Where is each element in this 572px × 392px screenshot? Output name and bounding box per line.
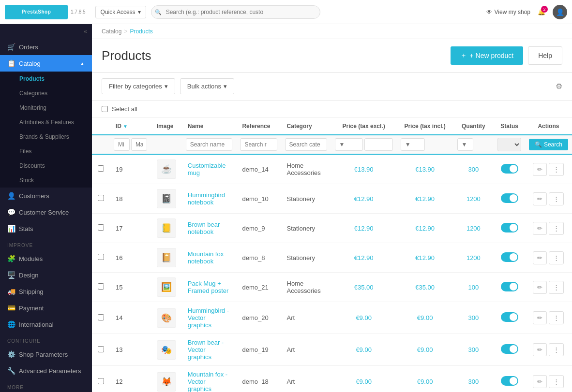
row-checkbox-cell[interactable] <box>92 273 110 302</box>
filter-search-button[interactable]: 🔍 Search <box>529 139 568 150</box>
product-link[interactable]: Mountain fox notebook <box>188 250 224 265</box>
notification-bell[interactable]: 🔔 2 <box>538 8 545 15</box>
help-button[interactable]: Help <box>528 46 562 65</box>
row-name[interactable]: Hummingbird notebook <box>182 184 237 214</box>
sidebar-item-stats[interactable]: 📊 Stats <box>0 220 92 237</box>
row-checkbox-cell[interactable] <box>92 302 110 334</box>
row-checkbox-cell[interactable] <box>92 184 110 214</box>
status-toggle[interactable] <box>501 282 518 291</box>
sidebar-item-shop-params[interactable]: ⚙️ Shop Parameters <box>0 346 92 363</box>
filter-qty-min[interactable] <box>457 138 474 151</box>
row-checkbox[interactable] <box>98 346 104 352</box>
filter-reference-input[interactable] <box>240 138 277 151</box>
sidebar-collapse[interactable]: « <box>0 24 92 39</box>
more-actions-button[interactable]: ⋮ <box>549 251 564 264</box>
submenu-stock[interactable]: Stock <box>0 173 92 188</box>
row-checkbox-cell[interactable] <box>92 366 110 392</box>
row-name[interactable]: Mountain fox - Vector graphics <box>182 366 237 392</box>
filter-actions-cell[interactable]: 🔍 Search <box>525 135 572 154</box>
row-name[interactable]: Brown bear - Vector graphics <box>182 334 237 366</box>
submenu-attributes[interactable]: Attributes & Features <box>0 115 92 130</box>
bulk-actions-button[interactable]: Bulk actions ▾ <box>180 78 234 94</box>
row-name[interactable]: Customizable mug <box>182 154 237 184</box>
sidebar-item-catalog[interactable]: 📋 Catalog ▲ <box>0 55 92 72</box>
product-link[interactable]: Pack Mug + Framed poster <box>188 280 229 294</box>
edit-button[interactable]: ✏ <box>533 311 547 324</box>
edit-button[interactable]: ✏ <box>533 222 547 235</box>
more-actions-button[interactable]: ⋮ <box>549 163 564 176</box>
row-status[interactable] <box>494 334 525 366</box>
status-toggle[interactable] <box>501 164 518 174</box>
row-status[interactable] <box>494 154 525 184</box>
filter-name-cell[interactable] <box>182 135 237 154</box>
status-toggle[interactable] <box>501 376 518 386</box>
filter-categories-button[interactable]: Filter by categories ▾ <box>102 78 175 94</box>
row-checkbox-cell[interactable] <box>92 214 110 243</box>
filter-name-input[interactable] <box>186 138 233 151</box>
row-checkbox[interactable] <box>98 254 104 260</box>
filter-reference-cell[interactable] <box>236 135 281 154</box>
row-checkbox-cell[interactable] <box>92 154 110 184</box>
sidebar-item-design[interactable]: 🖥️ Design <box>0 267 92 283</box>
status-toggle[interactable] <box>501 252 518 262</box>
edit-button[interactable]: ✏ <box>533 375 547 388</box>
row-status[interactable] <box>494 366 525 392</box>
filter-category-cell[interactable] <box>281 135 331 154</box>
more-actions-button[interactable]: ⋮ <box>549 343 564 356</box>
settings-gear-button[interactable]: ⚙ <box>556 82 562 91</box>
row-checkbox-cell[interactable] <box>92 243 110 273</box>
submenu-products[interactable]: Products <box>0 72 92 86</box>
more-actions-button[interactable]: ⋮ <box>549 281 564 294</box>
row-status[interactable] <box>494 184 525 214</box>
more-actions-button[interactable]: ⋮ <box>549 375 564 388</box>
row-status[interactable] <box>494 273 525 302</box>
row-checkbox[interactable] <box>98 283 104 290</box>
sidebar-item-payment[interactable]: 💳 Payment <box>0 300 92 316</box>
submenu-discounts[interactable]: Discounts <box>0 159 92 173</box>
status-toggle[interactable] <box>501 344 518 354</box>
col-id[interactable]: ID ▼ <box>110 118 151 135</box>
row-name[interactable]: Pack Mug + Framed poster <box>182 273 237 302</box>
filter-category-input[interactable] <box>285 138 327 151</box>
submenu-brands[interactable]: Brands & Suppliers <box>0 130 92 144</box>
filter-status-select[interactable]: Enabled Disabled <box>497 138 521 151</box>
product-link[interactable]: Customizable mug <box>188 162 226 176</box>
global-search-input[interactable] <box>151 5 320 19</box>
filter-id-min[interactable] <box>114 138 130 151</box>
select-all-checkbox[interactable] <box>102 106 108 112</box>
row-checkbox[interactable] <box>98 224 104 231</box>
product-link[interactable]: Hummingbird - Vector graphics <box>188 307 229 329</box>
filter-price-excl-min[interactable] <box>335 138 363 151</box>
filter-id-max[interactable] <box>131 138 147 151</box>
breadcrumb-catalog[interactable]: Catalog <box>102 28 121 35</box>
sidebar-item-orders[interactable]: 🛒 Orders <box>0 39 92 55</box>
status-toggle[interactable] <box>501 223 518 232</box>
filter-price-excl-max[interactable] <box>364 138 393 151</box>
row-checkbox[interactable] <box>98 195 104 201</box>
sidebar-item-shipping[interactable]: 🚚 Shipping <box>0 283 92 300</box>
sidebar-item-modules[interactable]: 🧩 Modules <box>0 250 92 267</box>
submenu-monitoring[interactable]: Monitoring <box>0 101 92 115</box>
row-checkbox[interactable] <box>98 378 104 384</box>
new-product-button[interactable]: ＋ + New product <box>451 46 524 65</box>
row-checkbox[interactable] <box>98 314 104 320</box>
quick-access-button[interactable]: Quick Access ▾ <box>95 6 146 18</box>
more-actions-button[interactable]: ⋮ <box>549 311 564 324</box>
edit-button[interactable]: ✏ <box>533 251 547 264</box>
global-search-bar[interactable] <box>151 5 320 19</box>
edit-button[interactable]: ✏ <box>533 163 547 176</box>
row-status[interactable] <box>494 214 525 243</box>
product-link[interactable]: Brown bear notebook <box>188 221 220 235</box>
submenu-files[interactable]: Files <box>0 144 92 159</box>
sidebar-item-customer-service[interactable]: 💬 Customer Service <box>0 204 92 220</box>
row-checkbox[interactable] <box>98 165 104 172</box>
filter-price-incl-min[interactable] <box>401 138 425 151</box>
sidebar-item-customers[interactable]: 👤 Customers <box>0 188 92 204</box>
sidebar-item-adv-params[interactable]: 🔧 Advanced Parameters <box>0 363 92 379</box>
status-toggle[interactable] <box>501 312 518 322</box>
edit-button[interactable]: ✏ <box>533 343 547 356</box>
row-status[interactable] <box>494 243 525 273</box>
sidebar-item-international[interactable]: 🌐 International <box>0 316 92 333</box>
row-name[interactable]: Hummingbird - Vector graphics <box>182 302 237 334</box>
status-toggle[interactable] <box>501 193 518 203</box>
